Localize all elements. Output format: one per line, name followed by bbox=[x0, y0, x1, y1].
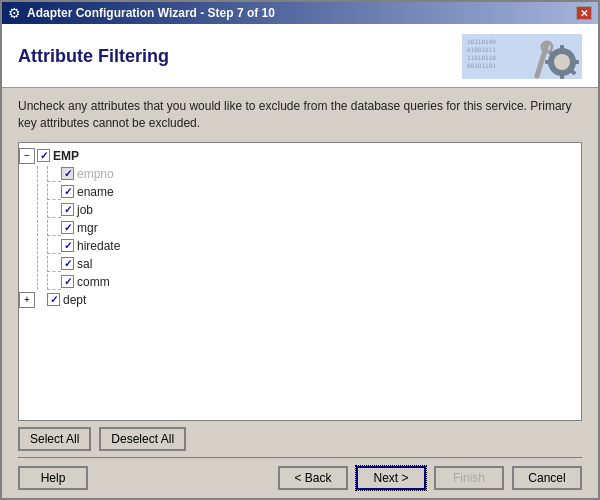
title-bar-left: ⚙ Adapter Configuration Wizard - Step 7 … bbox=[8, 5, 275, 21]
select-all-button[interactable]: Select All bbox=[18, 427, 91, 451]
svg-text:00101101: 00101101 bbox=[467, 62, 496, 69]
nav-right: < Back Next > Finish Cancel bbox=[278, 466, 582, 490]
vline-sal bbox=[37, 256, 47, 272]
label-emp: EMP bbox=[53, 149, 79, 163]
header-graphic: 10110100 01001011 11010110 00101101 bbox=[462, 34, 582, 79]
header-section: Attribute Filtering 10110100 01001011 11… bbox=[2, 24, 598, 88]
expand-placeholder-4 bbox=[19, 238, 35, 254]
expand-dept-button[interactable]: + bbox=[19, 292, 35, 308]
expand-placeholder-2 bbox=[19, 202, 35, 218]
connector-empno bbox=[47, 166, 61, 182]
connector-job bbox=[47, 202, 61, 218]
lines-empno bbox=[37, 166, 61, 182]
label-job: job bbox=[77, 203, 93, 217]
checkbox-ename[interactable] bbox=[61, 185, 74, 198]
lines-comm bbox=[37, 274, 61, 290]
svg-text:11010110: 11010110 bbox=[467, 54, 496, 61]
svg-rect-9 bbox=[545, 60, 551, 64]
checkbox-job[interactable] bbox=[61, 203, 74, 216]
title-bar: ⚙ Adapter Configuration Wizard - Step 7 … bbox=[2, 2, 598, 24]
tree-node-hiredate[interactable]: hiredate bbox=[19, 237, 581, 255]
connector-mgr bbox=[47, 220, 61, 236]
lines-sal bbox=[37, 256, 61, 272]
label-dept: dept bbox=[63, 293, 86, 307]
checkbox-empno bbox=[61, 167, 74, 180]
bottom-buttons-top: Select All Deselect All bbox=[2, 421, 598, 457]
finish-button[interactable]: Finish bbox=[434, 466, 504, 490]
label-ename: ename bbox=[77, 185, 114, 199]
tree-container[interactable]: − EMP empno bbox=[18, 142, 582, 421]
title-bar-text: Adapter Configuration Wizard - Step 7 of… bbox=[27, 6, 275, 20]
connector-sal bbox=[47, 256, 61, 272]
connector-hiredate bbox=[47, 238, 61, 254]
checkbox-mgr[interactable] bbox=[61, 221, 74, 234]
vline-comm bbox=[37, 274, 47, 290]
connector-ename bbox=[47, 184, 61, 200]
tree-node-mgr[interactable]: mgr bbox=[19, 219, 581, 237]
expand-emp-button[interactable]: − bbox=[19, 148, 35, 164]
label-sal: sal bbox=[77, 257, 92, 271]
vline-mgr bbox=[37, 220, 47, 236]
page-title: Attribute Filtering bbox=[18, 46, 169, 67]
tree-node-dept[interactable]: + dept bbox=[19, 291, 581, 309]
next-button[interactable]: Next > bbox=[356, 466, 426, 490]
tree-node-emp[interactable]: − EMP bbox=[19, 147, 581, 165]
checkbox-emp[interactable] bbox=[37, 149, 50, 162]
label-hiredate: hiredate bbox=[77, 239, 120, 253]
svg-rect-8 bbox=[560, 73, 564, 79]
label-empno: empno bbox=[77, 167, 114, 181]
label-comm: comm bbox=[77, 275, 110, 289]
tree-node-sal[interactable]: sal bbox=[19, 255, 581, 273]
vline-job bbox=[37, 202, 47, 218]
lines-hiredate bbox=[37, 238, 61, 254]
svg-text:01001011: 01001011 bbox=[467, 46, 496, 53]
svg-text:10110100: 10110100 bbox=[467, 38, 496, 45]
description-text: Uncheck any attributes that you would li… bbox=[2, 88, 598, 142]
app-icon: ⚙ bbox=[8, 5, 21, 21]
bottom-buttons-nav: Help < Back Next > Finish Cancel bbox=[2, 458, 598, 498]
checkbox-sal[interactable] bbox=[61, 257, 74, 270]
back-button[interactable]: < Back bbox=[278, 466, 348, 490]
tree-node-job[interactable]: job bbox=[19, 201, 581, 219]
svg-point-6 bbox=[554, 54, 570, 70]
checkbox-comm[interactable] bbox=[61, 275, 74, 288]
expand-placeholder-6 bbox=[19, 274, 35, 290]
svg-rect-7 bbox=[560, 45, 564, 51]
svg-rect-10 bbox=[573, 60, 579, 64]
deselect-all-button[interactable]: Deselect All bbox=[99, 427, 186, 451]
expand-placeholder-0 bbox=[19, 166, 35, 182]
tree-node-comm[interactable]: comm bbox=[19, 273, 581, 291]
vline-ename bbox=[37, 184, 47, 200]
lines-mgr bbox=[37, 220, 61, 236]
tree-node-empno: empno bbox=[19, 165, 581, 183]
checkbox-hiredate[interactable] bbox=[61, 239, 74, 252]
expand-placeholder-1 bbox=[19, 184, 35, 200]
label-mgr: mgr bbox=[77, 221, 98, 235]
cancel-button[interactable]: Cancel bbox=[512, 466, 582, 490]
checkbox-dept[interactable] bbox=[47, 293, 60, 306]
expand-placeholder-5 bbox=[19, 256, 35, 272]
help-button[interactable]: Help bbox=[18, 466, 88, 490]
tree-node-ename[interactable]: ename bbox=[19, 183, 581, 201]
wizard-window: ⚙ Adapter Configuration Wizard - Step 7 … bbox=[0, 0, 600, 500]
vline-hiredate bbox=[37, 238, 47, 254]
vline-empno bbox=[37, 166, 47, 182]
connector-comm bbox=[47, 274, 61, 290]
expand-placeholder-3 bbox=[19, 220, 35, 236]
close-button[interactable]: ✕ bbox=[576, 6, 592, 20]
lines-ename bbox=[37, 184, 61, 200]
lines-job bbox=[37, 202, 61, 218]
content-area: − EMP empno bbox=[2, 142, 598, 421]
